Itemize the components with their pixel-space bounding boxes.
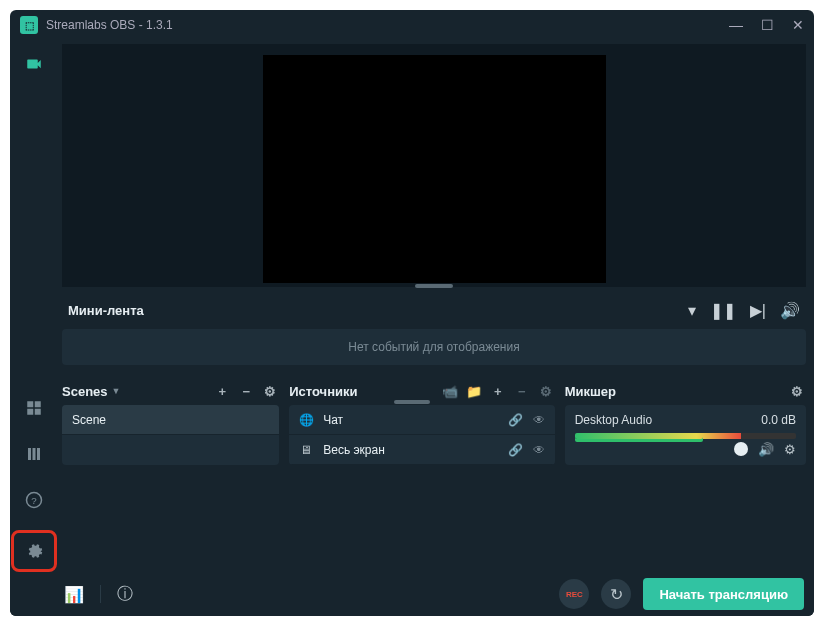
- minimize-button[interactable]: —: [729, 17, 743, 33]
- source-label: Весь экран: [323, 443, 385, 457]
- sources-title: Источники: [289, 384, 357, 399]
- add-scene-button[interactable]: +: [213, 384, 231, 399]
- globe-icon: 🌐: [299, 413, 313, 427]
- sources-panel: Источники 📹 📁 + − ⚙ 🌐 Чат 🔗👁: [289, 377, 554, 465]
- add-camera-button[interactable]: 📹: [441, 384, 459, 399]
- gear-icon: [25, 542, 43, 560]
- preview-resize-handle[interactable]: [415, 284, 453, 288]
- visibility-icon[interactable]: 👁: [533, 413, 545, 427]
- scene-settings-button[interactable]: ⚙: [261, 384, 279, 399]
- stats-icon[interactable]: 📊: [64, 585, 84, 604]
- record-button[interactable]: REC: [559, 579, 589, 609]
- mute-icon[interactable]: 🔊: [758, 442, 774, 457]
- add-source-button[interactable]: +: [489, 384, 507, 399]
- camera-icon: [25, 55, 43, 73]
- mixer-channel: Desktop Audio 0.0 dB 🔊 ⚙: [565, 405, 806, 465]
- maximize-button[interactable]: ☐: [761, 17, 774, 33]
- sidebar-settings[interactable]: [18, 535, 50, 567]
- mixer-meter: [575, 433, 796, 439]
- titlebar: ⬚ Streamlabs OBS - 1.3.1 — ☐ ✕: [10, 10, 814, 40]
- replay-button[interactable]: ↻: [601, 579, 631, 609]
- minifeed-title: Мини-лента: [68, 303, 144, 318]
- grid-icon: [25, 399, 43, 417]
- mixer-channel-name: Desktop Audio: [575, 413, 652, 427]
- channel-gear-icon[interactable]: ⚙: [784, 442, 796, 457]
- remove-source-button[interactable]: −: [513, 384, 531, 399]
- preview-area[interactable]: [62, 44, 806, 287]
- source-item[interactable]: 🌐 Чат 🔗👁: [289, 405, 554, 435]
- close-button[interactable]: ✕: [792, 17, 804, 33]
- remove-scene-button[interactable]: −: [237, 384, 255, 399]
- footer: 📊 ⓘ REC ↻ Начать трансляцию: [10, 572, 814, 616]
- info-icon[interactable]: ⓘ: [117, 584, 133, 605]
- source-settings-button[interactable]: ⚙: [537, 384, 555, 399]
- sidebar-studio[interactable]: [18, 438, 50, 470]
- help-icon: ?: [25, 491, 43, 509]
- mixer-channel-level: 0.0 dB: [761, 413, 796, 427]
- go-live-button[interactable]: Начать трансляцию: [643, 578, 804, 610]
- skip-icon[interactable]: ▶|: [750, 301, 766, 320]
- pause-icon[interactable]: ❚❚: [710, 301, 736, 320]
- source-label: Чат: [323, 413, 343, 427]
- sidebar-editor[interactable]: [18, 48, 50, 80]
- scenes-title[interactable]: Scenes: [62, 384, 108, 399]
- settings-highlight: [11, 530, 57, 572]
- sidebar-layouts[interactable]: [18, 392, 50, 424]
- scene-item[interactable]: Scene: [62, 405, 279, 435]
- window-title: Streamlabs OBS - 1.3.1: [46, 18, 173, 32]
- sidebar-help[interactable]: ?: [18, 484, 50, 516]
- lock-icon[interactable]: 🔗: [508, 413, 523, 427]
- mixer-settings-button[interactable]: ⚙: [788, 384, 806, 399]
- mixer-slider-knob[interactable]: [734, 442, 748, 456]
- volume-icon[interactable]: 🔊: [780, 301, 800, 320]
- monitor-icon: 🖥: [299, 443, 313, 457]
- mixer-title: Микшер: [565, 384, 616, 399]
- app-logo: ⬚: [20, 16, 38, 34]
- filter-icon[interactable]: ▾: [688, 301, 696, 320]
- mixer-panel: Микшер ⚙ Desktop Audio 0.0 dB: [565, 377, 806, 465]
- columns-icon: [25, 445, 43, 463]
- preview-canvas: [263, 55, 606, 283]
- minifeed-panel: Мини-лента ▾ ❚❚ ▶| 🔊 Нет событий для ото…: [62, 297, 806, 365]
- add-folder-button[interactable]: 📁: [465, 384, 483, 399]
- minifeed-empty: Нет событий для отображения: [62, 329, 806, 365]
- svg-text:?: ?: [31, 495, 37, 506]
- lock-icon[interactable]: 🔗: [508, 443, 523, 457]
- sidebar: ?: [10, 40, 58, 572]
- scene-label: Scene: [72, 413, 106, 427]
- panels-resize-handle[interactable]: [394, 400, 430, 404]
- visibility-icon[interactable]: 👁: [533, 443, 545, 457]
- scenes-panel: Scenes ▼ + − ⚙ Scene: [62, 377, 279, 465]
- source-item[interactable]: 🖥 Весь экран 🔗👁: [289, 435, 554, 465]
- chevron-down-icon[interactable]: ▼: [112, 386, 121, 396]
